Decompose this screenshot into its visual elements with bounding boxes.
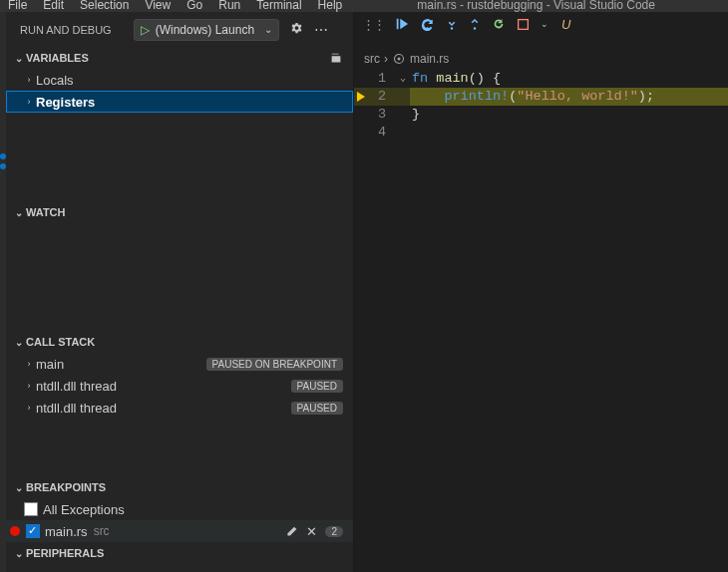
continue-icon[interactable]	[395, 17, 409, 31]
restart-icon[interactable]	[492, 17, 506, 31]
breakpoint-line-badge: 2	[325, 526, 343, 537]
activity-bar	[0, 12, 6, 572]
menubar: File Edit Selection View Go Run Terminal…	[0, 0, 728, 12]
chevron-right-icon: ›	[22, 97, 36, 107]
toolbar-chevron-icon[interactable]: ⌄	[541, 19, 548, 29]
svg-point-0	[426, 27, 428, 29]
section-callstack[interactable]: ⌄ CALL STACK	[6, 331, 353, 353]
menu-file[interactable]: File	[0, 0, 35, 10]
chevron-down-icon: ⌄	[12, 337, 26, 348]
current-line-icon	[357, 92, 365, 102]
callstack-label: CALL STACK	[26, 336, 95, 348]
variables-label: VARIABLES	[26, 52, 89, 64]
peripherals-label: PERIPHERALS	[26, 547, 104, 559]
chevron-right-icon: ›	[22, 403, 36, 413]
callstack-item-main[interactable]: › main PAUSED ON BREAKPOINT	[6, 353, 353, 375]
breakpoints-label: BREAKPOINTS	[26, 481, 106, 493]
menu-selection[interactable]: Selection	[72, 0, 137, 10]
chevron-down-icon: ⌄	[12, 548, 26, 559]
debug-toolbar[interactable]: ⋮⋮ ⌄ U	[354, 12, 728, 36]
menu-go[interactable]: Go	[179, 0, 210, 10]
callstack-status: PAUSED	[291, 402, 343, 415]
line-number[interactable]: 4	[368, 124, 396, 142]
breakpoint-all-exceptions[interactable]: All Exceptions	[6, 498, 353, 520]
menu-run[interactable]: Run	[210, 0, 248, 10]
watch-label: WATCH	[26, 206, 66, 218]
chevron-right-icon: ›	[384, 52, 388, 66]
menu-edit[interactable]: Edit	[35, 0, 72, 10]
run-and-debug-sidebar: RUN AND DEBUG ▷ (Windows) Launch ⌄ ⋯ ⌄ V…	[6, 12, 354, 572]
menu-help[interactable]: Help	[310, 0, 351, 10]
editor: ⋮⋮ ⌄ U src ›	[354, 12, 728, 572]
code-line[interactable]: 2 println!("Hello, world!");	[354, 88, 728, 106]
svg-point-5	[398, 58, 401, 61]
section-variables[interactable]: ⌄ VARIABLES	[6, 47, 353, 69]
step-over-icon[interactable]	[420, 17, 435, 31]
code-line[interactable]: 1⌄fn main() {	[354, 70, 728, 88]
close-icon[interactable]: ✕	[306, 524, 317, 539]
chevron-right-icon: ›	[22, 381, 36, 391]
step-out-icon[interactable]	[469, 17, 481, 31]
menu-view[interactable]: View	[137, 0, 179, 10]
stop-icon[interactable]	[517, 18, 530, 31]
svg-point-1	[451, 27, 453, 29]
line-number[interactable]: 1	[368, 70, 396, 88]
line-number[interactable]: 3	[368, 106, 396, 124]
code-line[interactable]: 4	[354, 124, 728, 142]
chevron-down-icon: ⌄	[12, 207, 26, 218]
section-peripherals[interactable]: ⌄ PERIPHERALS	[6, 542, 353, 564]
breakpoint-checkbox[interactable]	[26, 524, 40, 538]
svg-rect-3	[519, 19, 529, 29]
start-debugging-icon[interactable]: ▷	[141, 23, 150, 37]
all-exceptions-checkbox[interactable]	[24, 502, 38, 516]
fold-icon[interactable]: ⌄	[396, 70, 410, 88]
code-line[interactable]: 3}	[354, 106, 728, 124]
chevron-right-icon: ›	[22, 359, 36, 369]
step-into-icon[interactable]	[446, 17, 458, 31]
sidebar-title: RUN AND DEBUG	[20, 24, 112, 36]
line-number[interactable]: 2	[368, 88, 396, 106]
breakpoint-dot-icon	[10, 526, 20, 536]
section-watch[interactable]: ⌄ WATCH	[6, 201, 353, 223]
chevron-down-icon: ⌄	[12, 482, 26, 493]
launch-config-selector[interactable]: ▷ (Windows) Launch ⌄	[134, 19, 279, 41]
breakpoint-item[interactable]: main.rs src ✕ 2	[6, 520, 353, 542]
breadcrumb-folder[interactable]: src	[364, 52, 380, 66]
callstack-item-thread[interactable]: › ntdll.dll thread PAUSED	[6, 397, 353, 419]
section-breakpoints[interactable]: ⌄ BREAKPOINTS	[6, 476, 353, 498]
edit-icon[interactable]	[285, 525, 298, 538]
callstack-status: PAUSED	[291, 380, 343, 393]
more-icon[interactable]: ⋯	[314, 22, 328, 38]
callstack-status: PAUSED ON BREAKPOINT	[206, 358, 343, 371]
gear-icon[interactable]	[289, 22, 304, 37]
code-editor[interactable]: 1⌄fn main() {2 println!("Hello, world!")…	[354, 70, 728, 142]
variable-registers[interactable]: › Registers	[6, 91, 353, 113]
rust-file-icon	[392, 52, 406, 66]
chevron-down-icon: ⌄	[12, 53, 26, 64]
breadcrumb-file[interactable]: main.rs	[410, 52, 449, 66]
launch-config-name: (Windows) Launch	[156, 23, 254, 37]
svg-point-2	[474, 27, 476, 29]
modified-indicator: U	[561, 17, 570, 32]
variable-locals[interactable]: › Locals	[6, 69, 353, 91]
drag-handle-icon[interactable]: ⋮⋮	[362, 17, 384, 32]
menu-terminal[interactable]: Terminal	[248, 0, 309, 10]
chevron-right-icon: ›	[22, 75, 36, 85]
breadcrumb[interactable]: src › main.rs	[354, 48, 728, 70]
window-title: main.rs - rustdebugging - Visual Studio …	[350, 0, 722, 10]
chevron-down-icon[interactable]: ⌄	[264, 24, 272, 35]
collapse-all-icon[interactable]	[329, 51, 343, 65]
callstack-item-thread[interactable]: › ntdll.dll thread PAUSED	[6, 375, 353, 397]
